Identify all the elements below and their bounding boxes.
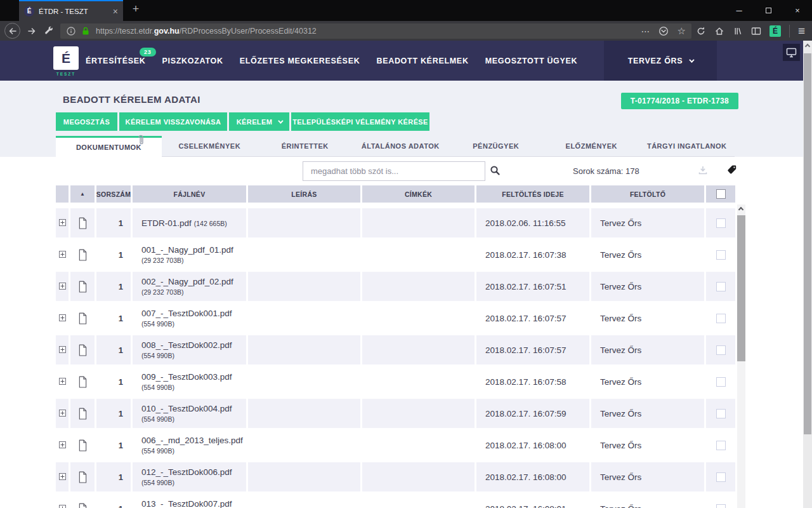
https-lock-icon[interactable]: [81, 26, 91, 36]
nav-item-ertesitesek[interactable]: ÉRTESÍTÉSEK23: [86, 57, 146, 65]
sidebar-toggle-button[interactable]: [751, 26, 761, 36]
row-checkbox[interactable]: [716, 282, 726, 291]
tab-cselekmenyek[interactable]: CSELEKMÉNYEK: [162, 136, 258, 157]
pocket-icon[interactable]: [658, 26, 669, 36]
file-name[interactable]: ETDR-01.pdf: [141, 218, 192, 228]
tab-penzugyek[interactable]: PÉNZÜGYEK: [449, 136, 544, 157]
header-leiras[interactable]: LEÍRÁS: [248, 185, 360, 203]
window-minimize-button[interactable]: ─: [724, 0, 754, 21]
expand-row-button[interactable]: [59, 439, 66, 451]
nav-item-elozetes-megkeresesek[interactable]: ELŐZETES MEGKERESÉSEK: [240, 57, 360, 65]
file-name[interactable]: 007_-_TesztDok001.pdf: [141, 309, 232, 318]
table-row[interactable]: 1 002_-_Nagy_pdf_02.pdf (29 232 703B) 20…: [56, 271, 735, 302]
forward-button[interactable]: [25, 24, 39, 38]
header-feltoltes-ideje[interactable]: FELTÖLTÉS IDEJE: [476, 185, 589, 203]
townscape-opinion-button[interactable]: TELEPÜLÉSKÉPI VÉLEMÉNY KÉRÉSE: [291, 112, 429, 131]
table-row[interactable]: 1 009_-_TesztDok003.pdf (554 990B) 2018.…: [56, 366, 735, 398]
monitor-button[interactable]: [783, 44, 800, 61]
file-name[interactable]: 008_-_TesztDok002.pdf: [141, 340, 232, 350]
row-checkbox[interactable]: [716, 314, 726, 323]
row-checkbox[interactable]: [716, 218, 726, 228]
file-name[interactable]: 002_-_Nagy_pdf_02.pdf: [141, 277, 233, 286]
tab-dokumentumok[interactable]: DOKUMENTUMOK: [56, 136, 162, 157]
nav-item-megosztott-ugyek[interactable]: MEGOSZTOTT ÜGYEK: [485, 57, 578, 65]
file-name-cell[interactable]: 008_-_TesztDok002.pdf (554 990B): [133, 335, 246, 364]
file-name-cell[interactable]: 013_-_TesztDok007.pdf (554 990B): [133, 494, 246, 508]
file-name[interactable]: 010_-_TesztDok004.pdf: [141, 404, 232, 413]
window-maximize-button[interactable]: [754, 0, 783, 21]
file-name[interactable]: 006_-_md_2013_teljes.pdf: [141, 436, 243, 445]
row-checkbox[interactable]: [716, 377, 726, 387]
menu-button[interactable]: ≡: [798, 24, 805, 38]
table-row[interactable]: 1 001_-_Nagy_pdf_01.pdf (29 232 703B) 20…: [56, 239, 735, 271]
select-all-checkbox[interactable]: [716, 189, 726, 199]
expand-row-button[interactable]: [59, 471, 66, 483]
file-name[interactable]: 012_-_TesztDok006.pdf: [141, 467, 232, 477]
tab-targyi-ingatlanok[interactable]: TÁRGYI INGATLANOK: [639, 136, 735, 157]
page-scrollbar[interactable]: [803, 41, 812, 508]
expand-row-button[interactable]: [59, 249, 66, 260]
table-row[interactable]: 1 006_-_md_2013_teljes.pdf (554 990B) 20…: [56, 429, 735, 461]
browser-tab[interactable]: É ÉTDR - TESZT ×: [19, 0, 123, 21]
tags-button[interactable]: [727, 164, 737, 177]
table-row[interactable]: 1 010_-_TesztDok004.pdf (554 990B) 2018.…: [56, 398, 735, 429]
expand-row-button[interactable]: [59, 344, 66, 356]
request-dropdown-button[interactable]: KÉRELEM: [229, 112, 289, 131]
file-name[interactable]: 013_-_TesztDok007.pdf: [141, 499, 232, 508]
file-name[interactable]: 009_-_TesztDok003.pdf: [141, 372, 232, 382]
etdr-extension-icon[interactable]: É: [769, 25, 781, 37]
file-name-cell[interactable]: 001_-_Nagy_pdf_01.pdf (29 232 703B): [133, 240, 246, 269]
table-row[interactable]: 1 007_-_TesztDok001.pdf (554 990B) 2018.…: [56, 302, 735, 334]
table-row[interactable]: 1 008_-_TesztDok002.pdf (554 990B) 2018.…: [56, 334, 735, 366]
file-name-cell[interactable]: 006_-_md_2013_teljes.pdf (554 990B): [133, 431, 246, 460]
share-button[interactable]: MEGOSZTÁS: [56, 112, 117, 131]
table-row[interactable]: 1 012_-_TesztDok006.pdf (554 990B) 2018.…: [56, 461, 735, 493]
table-scrollbar-thumb[interactable]: [737, 215, 745, 361]
url-bar[interactable]: https://teszt.etdr.gov.hu/RDProcessByUse…: [60, 23, 691, 39]
row-checkbox[interactable]: [716, 250, 726, 260]
expand-row-button[interactable]: [59, 312, 66, 324]
header-cimkek[interactable]: CÍMKÉK: [362, 185, 475, 203]
header-feltolto[interactable]: FELTÖLTŐ: [591, 185, 704, 203]
etdr-logo[interactable]: É: [53, 46, 79, 70]
new-tab-button[interactable]: +: [128, 3, 143, 16]
expand-row-button[interactable]: [59, 281, 66, 292]
customize-button[interactable]: [42, 24, 56, 38]
expand-row-button[interactable]: [59, 217, 66, 229]
row-checkbox[interactable]: [716, 409, 726, 418]
table-row[interactable]: 1 013_-_TesztDok007.pdf (554 990B) 2018.…: [56, 493, 735, 508]
header-fajlnev[interactable]: FÁJLNÉV: [133, 185, 246, 203]
user-menu[interactable]: TERVEZ ŐRS: [604, 41, 717, 81]
page-actions-icon[interactable]: ⋯: [641, 26, 650, 36]
tab-elozmenyek[interactable]: ELŐZMÉNYEK: [544, 136, 639, 157]
reload-button[interactable]: [696, 26, 706, 36]
withdraw-request-button[interactable]: KÉRELEM VISSZAVONÁSA: [119, 112, 227, 131]
nav-item-beadott-kerelmek[interactable]: BEADOTT KÉRELMEK: [376, 57, 468, 65]
row-checkbox[interactable]: [716, 472, 726, 482]
tab-close-icon[interactable]: ×: [109, 6, 118, 17]
header-sorszam[interactable]: SORSZÁM: [96, 185, 131, 203]
file-name-cell[interactable]: 012_-_TesztDok006.pdf (554 990B): [133, 462, 246, 491]
sort-column-header[interactable]: ▲: [70, 185, 95, 203]
file-name[interactable]: 001_-_Nagy_pdf_01.pdf: [141, 245, 233, 255]
window-close-button[interactable]: ×: [783, 0, 812, 21]
file-name-cell[interactable]: 009_-_TesztDok003.pdf (554 990B): [133, 367, 246, 396]
row-checkbox[interactable]: [716, 504, 726, 508]
bookmark-star-icon[interactable]: ☆: [677, 25, 685, 37]
tab-erintettek[interactable]: ÉRINTETTEK: [258, 136, 353, 157]
expand-row-button[interactable]: [59, 376, 66, 387]
table-row[interactable]: 1 ETDR-01.pdf(142 665B) 2018.02.06. 11:1…: [56, 207, 735, 239]
page-scrollbar-thumb[interactable]: [804, 53, 811, 434]
expand-row-button[interactable]: [59, 408, 66, 419]
search-button[interactable]: [490, 165, 501, 178]
scroll-up-icon[interactable]: [738, 207, 743, 212]
file-name-cell[interactable]: ETDR-01.pdf(142 665B): [133, 208, 246, 237]
url-text[interactable]: https://teszt.etdr.gov.hu/RDProcessByUse…: [96, 27, 641, 36]
home-button[interactable]: [714, 26, 724, 36]
tab-altalanos-adatok[interactable]: ÁLTALÁNOS ADATOK: [353, 136, 449, 157]
nav-item-piszkozatok[interactable]: PISZKOZATOK: [162, 57, 223, 65]
expand-row-button[interactable]: [59, 503, 66, 508]
download-list-button[interactable]: [698, 165, 708, 178]
back-button[interactable]: [4, 23, 20, 39]
site-info-icon[interactable]: [66, 26, 76, 36]
